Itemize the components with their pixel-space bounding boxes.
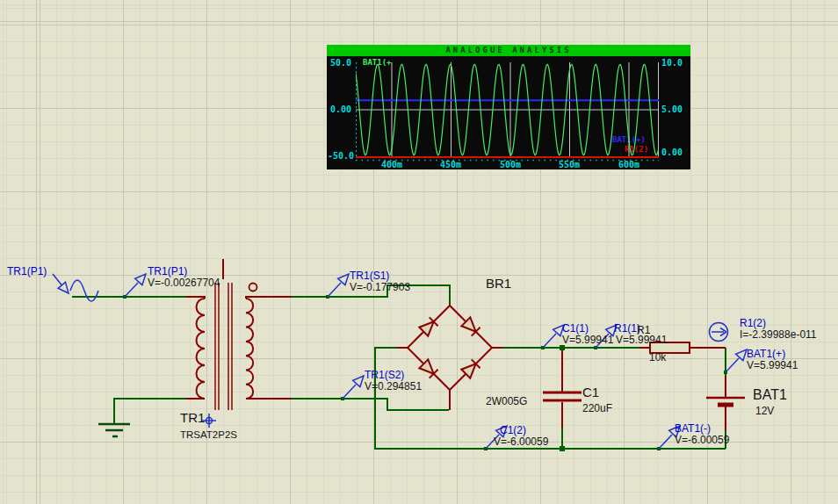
probe-tr1s2-value: V=0.294851 xyxy=(365,381,422,392)
left-tick-bottom: -50.0 xyxy=(328,151,354,161)
left-tick-mid: 0.00 xyxy=(330,104,351,114)
primary-coil xyxy=(197,299,206,399)
battery-bat1[interactable] xyxy=(706,398,745,405)
bridge-ref[interactable]: BR1 xyxy=(486,277,511,291)
battery-ref[interactable]: BAT1 xyxy=(753,387,787,402)
transformer-ref[interactable]: TR1 xyxy=(180,411,205,425)
graph-title-bar[interactable]: ANALOGUE ANALYSIS xyxy=(327,45,690,56)
secondary-coil xyxy=(246,299,253,399)
right-tick-mid: 5.00 xyxy=(661,104,683,114)
right-tick-bottom: 0.00 xyxy=(661,148,683,157)
right-tick-top: 10.0 xyxy=(661,58,683,68)
bridge-rectifier-br1[interactable] xyxy=(408,306,492,390)
polarity-dot xyxy=(249,284,257,292)
graph-plot-area: 50.0 0.00 -50.0 10.0 5.00 0.00 400m 450m… xyxy=(327,56,690,169)
probe-bat1-neg-value: V=-6.00059 xyxy=(675,435,729,446)
left-tick-top: 50.0 xyxy=(330,58,351,68)
analysis-graph-window[interactable]: ANALOGUE ANALYSIS 50.0 0.00 -50.0 10.0 5… xyxy=(327,45,690,169)
probe-tr1s1-value: V=-0.177903 xyxy=(350,282,410,293)
transformer-model[interactable]: TRSAT2P2S xyxy=(180,429,237,440)
battery-value[interactable]: 12V xyxy=(755,406,774,417)
probe-c1-2-value: V=-6.00059 xyxy=(494,436,548,448)
graph-traces xyxy=(356,62,659,162)
ground-symbol[interactable] xyxy=(98,424,130,436)
bridge-diamond xyxy=(408,306,492,390)
wire-primary-bottom-to-ground xyxy=(114,399,188,424)
junction-dots xyxy=(123,295,727,451)
capacitor-c1[interactable] xyxy=(543,392,582,400)
current-probe-r1-2[interactable] xyxy=(710,323,728,342)
probe-r1-2-value: I=-2.39988e-011 xyxy=(740,329,817,341)
capacitor-value[interactable]: 220uF xyxy=(582,403,612,414)
probe-c1-1-value: V=5.99941 xyxy=(562,335,613,346)
schematic-canvas[interactable]: TR1(P1) TR1(P1) V=-0.00267704 TR1(S1) V=… xyxy=(0,0,838,504)
bridge-model[interactable]: 2W005G xyxy=(486,396,527,407)
probe-bat1-pos-value: V=5.99941 xyxy=(747,360,798,371)
probe-tr1s1[interactable] xyxy=(328,274,349,297)
probe-tr1p1[interactable] xyxy=(125,274,146,297)
sine-glyph xyxy=(70,280,98,301)
probe-r1-1-value: V=5.99941 xyxy=(616,335,667,346)
wires[interactable] xyxy=(72,285,726,449)
core-lines xyxy=(215,283,232,410)
transformer-tr1[interactable] xyxy=(197,283,257,410)
wire-secondary-bottom xyxy=(290,399,449,410)
graph-gridlines xyxy=(356,62,659,157)
generator-label[interactable]: TR1(P1) xyxy=(7,266,47,277)
probe-bat1-pos[interactable] xyxy=(726,349,747,372)
resistor-value[interactable]: 10k xyxy=(649,352,666,364)
probe-c1-1[interactable] xyxy=(543,325,564,348)
capacitor-ref[interactable]: C1 xyxy=(582,385,599,400)
probe-tr1s2[interactable] xyxy=(343,376,364,399)
probe-tr1p1-value: V=-0.00267704 xyxy=(148,277,220,289)
